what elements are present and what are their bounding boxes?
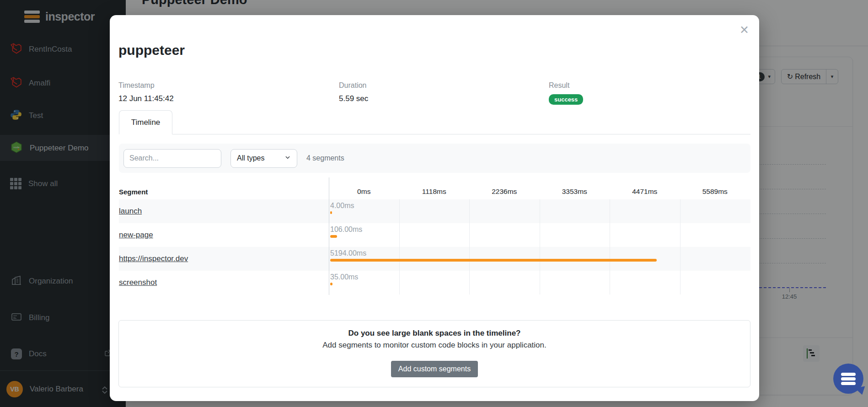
tabbar-divider <box>119 134 750 134</box>
timeline-bar <box>330 211 332 214</box>
tick-label: 3353ms <box>540 187 610 196</box>
timeline-bar <box>330 259 657 262</box>
table-row: launch 4.00ms <box>119 199 750 223</box>
segment-link[interactable]: screenshot <box>119 278 157 287</box>
result-field: Result success <box>549 81 583 105</box>
duration-value: 5.59 sec <box>339 94 368 103</box>
segment-link[interactable]: new-page <box>119 230 153 240</box>
segment-link[interactable]: https://inspector.dev <box>119 254 188 263</box>
cta-heading: Do you see large blank spaces in the tim… <box>119 329 750 338</box>
tick-label: 5589ms <box>680 187 750 196</box>
transaction-modal: ✕ puppeteer Timestamp 12 Jun 11:45:42 Du… <box>110 15 759 401</box>
segment-duration: 5194.00ms <box>330 249 750 257</box>
status-badge: success <box>549 94 583 105</box>
tick-label: 2236ms <box>469 187 540 196</box>
chat-menu-icon <box>841 373 856 376</box>
segment-link[interactable]: launch <box>119 207 142 216</box>
chevron-down-icon <box>284 154 291 162</box>
result-label: Result <box>549 81 583 90</box>
timeline-bar <box>330 235 337 238</box>
table-row: screenshot 35.00ms <box>119 271 750 295</box>
table-header: Segment 0ms 1118ms 2236ms 3353ms 4471ms … <box>119 181 750 199</box>
app-root: inspector RentInCosta Amalfi Test node P… <box>0 0 868 407</box>
tick-label: 1118ms <box>399 187 470 196</box>
search-input[interactable] <box>123 149 221 168</box>
segment-duration: 4.00ms <box>330 202 750 210</box>
close-icon[interactable]: ✕ <box>739 24 749 36</box>
modal-title: puppeteer <box>118 43 185 58</box>
add-custom-segments-button[interactable]: Add custom segments <box>391 361 478 377</box>
timestamp-label: Timestamp <box>118 81 174 90</box>
segment-count: 4 segments <box>306 154 344 162</box>
tick-label: 0ms <box>329 187 399 196</box>
duration-label: Duration <box>339 81 368 90</box>
segment-duration: 106.00ms <box>330 225 750 234</box>
type-filter-select[interactable]: All types <box>230 149 297 168</box>
timeline-bar <box>330 283 332 285</box>
tab-timeline[interactable]: Timeline <box>119 110 172 134</box>
tick-label: 4471ms <box>610 187 680 196</box>
cta-subtext: Add segments to monitor custom code bloc… <box>119 341 750 350</box>
table-row: https://inspector.dev 5194.00ms <box>119 247 750 271</box>
timeline-ticks: 0ms 1118ms 2236ms 3353ms 4471ms 5589ms <box>329 187 750 196</box>
cta-panel: Do you see large blank spaces in the tim… <box>118 320 750 387</box>
chat-menu-icon <box>841 377 856 380</box>
segment-filters: All types 4 segments <box>119 144 750 173</box>
chat-menu-icon <box>841 382 856 385</box>
segment-column-header: Segment <box>119 188 329 196</box>
duration-field: Duration 5.59 sec <box>339 81 368 103</box>
timestamp-field: Timestamp 12 Jun 11:45:42 <box>118 81 174 103</box>
table-row: new-page 106.00ms <box>119 223 750 247</box>
chat-launcher-button[interactable] <box>833 364 863 394</box>
type-filter-value: All types <box>237 154 264 162</box>
segment-duration: 35.00ms <box>330 273 750 281</box>
segments-table: Segment 0ms 1118ms 2236ms 3353ms 4471ms … <box>119 181 750 295</box>
timestamp-value: 12 Jun 11:45:42 <box>118 94 174 103</box>
